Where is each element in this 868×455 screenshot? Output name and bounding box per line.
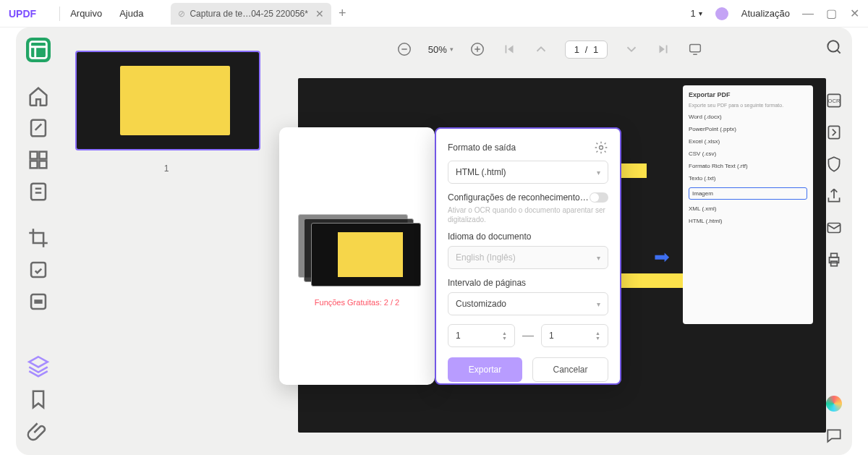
print-button[interactable] xyxy=(825,250,843,269)
next-page-button[interactable] xyxy=(624,41,639,57)
compress-button[interactable] xyxy=(825,123,843,142)
fill-sign-tool[interactable] xyxy=(26,258,51,282)
preview-thumb xyxy=(311,223,421,286)
new-tab-button[interactable]: + xyxy=(339,6,346,21)
zoom-dropdown[interactable]: 50% ▾ xyxy=(428,44,454,55)
zoom-in-button[interactable] xyxy=(469,41,485,57)
redact-icon xyxy=(26,289,51,314)
organize-tool[interactable] xyxy=(26,148,51,172)
chevron-up-icon xyxy=(533,41,549,57)
export-panel-bg: Exportar PDF Exporte seu PDF para o segu… xyxy=(683,85,813,324)
print-icon xyxy=(825,250,843,269)
form-icon xyxy=(26,179,51,204)
layers-button[interactable] xyxy=(26,354,51,378)
ocr-button[interactable]: OCR xyxy=(825,91,843,110)
first-page-button[interactable] xyxy=(501,41,517,57)
page-current: 1 xyxy=(574,44,579,55)
right-toolbar: OCR xyxy=(816,27,852,455)
settings-gear-button[interactable] xyxy=(594,140,608,155)
document-toolbar: 50% ▾ 1 / 1 xyxy=(291,35,809,64)
upgrade-label[interactable]: Atualização xyxy=(741,8,790,19)
output-format-select[interactable]: HTML (.html) ▾ xyxy=(448,161,608,184)
feedback-button[interactable] xyxy=(825,426,843,445)
minimize-icon[interactable]: — xyxy=(803,9,813,19)
range-to-value: 1 xyxy=(549,331,554,341)
maximize-icon[interactable]: ▢ xyxy=(826,9,836,19)
svg-rect-16 xyxy=(828,126,839,138)
close-icon[interactable]: ✕ xyxy=(849,9,859,19)
bookmark-button[interactable] xyxy=(26,387,51,412)
page-total: 1 xyxy=(593,44,598,55)
output-format-label: Formato de saída xyxy=(448,143,516,153)
plus-circle-icon xyxy=(469,41,485,57)
page-indicator[interactable]: 1 / 1 xyxy=(565,41,608,59)
ocr-toggle[interactable] xyxy=(590,192,608,203)
last-page-button[interactable] xyxy=(655,41,671,57)
doc-language-select[interactable]: English (Inglês) ▾ xyxy=(448,246,608,269)
chevron-down-icon: ▾ xyxy=(597,169,600,177)
form-tool[interactable] xyxy=(26,179,51,204)
share-icon xyxy=(825,187,843,205)
doc-language-label: Idioma do documento xyxy=(448,231,608,242)
tab-close-icon[interactable]: ✕ xyxy=(315,8,324,20)
present-button[interactable] xyxy=(687,41,703,57)
svg-point-21 xyxy=(600,146,603,150)
minus-circle-icon xyxy=(396,41,412,57)
left-toolbar xyxy=(16,27,61,455)
spinner-icon[interactable]: ▲▼ xyxy=(595,331,600,341)
attachment-button[interactable] xyxy=(26,420,51,445)
menu-help[interactable]: Ajuda xyxy=(119,8,143,19)
range-to-input[interactable]: 1 ▲▼ xyxy=(541,324,608,347)
svg-point-13 xyxy=(827,41,838,51)
redact-tool[interactable] xyxy=(26,289,51,314)
cancel-button[interactable]: Cancelar xyxy=(532,357,608,382)
appearance-button[interactable] xyxy=(825,394,843,413)
chevron-down-icon: ▾ xyxy=(597,254,600,262)
edit-icon xyxy=(26,116,51,140)
grid-icon xyxy=(26,148,51,172)
svg-rect-12 xyxy=(690,45,701,52)
compress-icon xyxy=(825,123,843,142)
prev-page-button[interactable] xyxy=(533,41,549,57)
app-logo: UPDF xyxy=(9,8,36,20)
svg-rect-17 xyxy=(827,224,840,233)
page-thumbnail[interactable] xyxy=(75,51,260,150)
crop-icon xyxy=(26,226,51,250)
svg-text:OCR: OCR xyxy=(828,98,841,104)
crop-tool[interactable] xyxy=(26,226,51,250)
page-range-select[interactable]: Customizado ▾ xyxy=(448,292,608,315)
search-button[interactable] xyxy=(825,38,843,56)
open-docs-dropdown[interactable]: 1 ▾ xyxy=(691,8,702,19)
email-button[interactable] xyxy=(825,218,843,237)
page-sep: / xyxy=(585,44,588,55)
zoom-out-button[interactable] xyxy=(396,41,412,57)
layers-icon xyxy=(26,354,51,378)
protect-button[interactable] xyxy=(825,155,843,174)
divider xyxy=(59,7,60,21)
home-tool[interactable] xyxy=(26,84,51,109)
thumbnail-preview xyxy=(77,52,259,149)
thumbnails-tool[interactable] xyxy=(26,38,51,62)
doc-language-value: English (Inglês) xyxy=(456,252,516,263)
range-from-input[interactable]: 1 ▲▼ xyxy=(448,324,515,347)
bg-format-item: PowerPoint (.pptx) xyxy=(689,126,807,132)
mail-icon xyxy=(825,218,843,237)
svg-rect-9 xyxy=(34,299,42,304)
ocr-icon: OCR xyxy=(825,91,843,110)
edit-tool[interactable] xyxy=(26,116,51,140)
bg-format-item-selected: Imagem xyxy=(689,187,807,200)
user-avatar[interactable] xyxy=(715,7,728,20)
tab-broken-icon: ⊘ xyxy=(178,9,185,19)
bookmark-icon xyxy=(26,387,51,412)
spinner-icon[interactable]: ▲▼ xyxy=(502,331,507,341)
menu-file[interactable]: Arquivo xyxy=(70,8,102,19)
export-button[interactable]: Exportar xyxy=(448,357,522,382)
thumbnail-page-number: 1 xyxy=(75,163,258,174)
share-button[interactable] xyxy=(825,187,843,205)
chat-icon xyxy=(825,426,843,445)
last-page-icon xyxy=(655,41,671,57)
open-docs-count: 1 xyxy=(691,8,696,19)
svg-rect-5 xyxy=(39,161,46,168)
document-tab[interactable]: ⊘ Captura de te…04-25 220056* ✕ xyxy=(171,3,331,25)
bg-format-item: Texto (.txt) xyxy=(689,175,807,182)
